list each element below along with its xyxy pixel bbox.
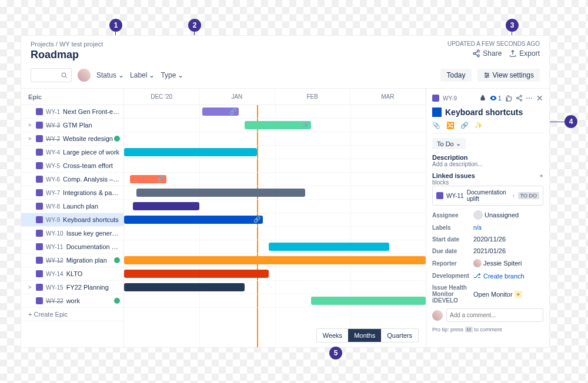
epic-row[interactable]: WY-1 Next Gen Front-end [21, 105, 123, 119]
svg-point-12 [486, 76, 487, 78]
timeline-bar[interactable]: 🔗 [130, 175, 166, 183]
epic-row[interactable]: WY-9 Keyboard shortcuts [21, 213, 123, 227]
done-status-icon [114, 136, 120, 142]
epic-type-icon [432, 95, 439, 102]
breadcrumb-projects[interactable]: Projects [31, 41, 54, 48]
user-avatar-filter[interactable] [78, 69, 91, 82]
timeline-bar[interactable] [133, 202, 199, 210]
timeline-bar[interactable] [269, 243, 389, 251]
epic-type-icon [36, 230, 43, 237]
epic-type-icon [36, 257, 43, 264]
share-icon[interactable] [516, 95, 523, 102]
close-icon[interactable]: ✕ [536, 93, 543, 103]
attach-icon[interactable]: 📎 [432, 122, 440, 129]
health-monitor-value[interactable]: Open Monitor [473, 291, 513, 298]
assignee-value[interactable]: Unassigned [485, 211, 519, 219]
linked-issue-key: WY-11 [446, 193, 464, 199]
epic-row[interactable]: WY-14 KLTO [21, 267, 123, 281]
epic-name: Comp. Analysis – what's out th... [63, 176, 120, 183]
labels-label: Labels [432, 224, 473, 231]
reporter-value[interactable]: Jessie Spiteri [483, 260, 522, 267]
epic-row[interactable]: WY-4 Large piece of work [21, 146, 123, 159]
epic-row[interactable]: WY-8 Launch plan [21, 200, 123, 213]
sliders-icon [483, 72, 490, 79]
epic-key: WY-14 [46, 271, 64, 277]
timeline-bar[interactable]: 🔗 [124, 216, 263, 224]
today-button[interactable]: Today [440, 69, 471, 82]
epic-list: Epic WY-1 Next Gen Front-end > WY-3 GTM … [21, 89, 124, 347]
epic-row[interactable]: WY-7 Integrations & partnership API [21, 186, 123, 200]
panel-issue-title[interactable]: Keyboard shortcuts [445, 107, 523, 117]
comment-avatar [432, 310, 443, 321]
export-button[interactable]: Export [509, 49, 540, 58]
epic-row[interactable]: > WY-3 GTM Plan [21, 119, 123, 132]
epic-key: WY-6 [46, 176, 60, 183]
description-placeholder[interactable]: Add a description... [432, 161, 543, 167]
epic-type-icon [36, 243, 43, 250]
timeline-bar[interactable] [311, 297, 426, 305]
label-filter-label: Label [130, 71, 147, 79]
zoom-quarters[interactable]: Quarters [381, 329, 418, 342]
search-icon [61, 72, 68, 79]
search-input[interactable] [31, 68, 72, 82]
due-date-value[interactable]: 2021/01/26 [473, 247, 506, 254]
annotation-5: 5 [329, 347, 342, 360]
svg-point-2 [477, 55, 480, 57]
comment-row [432, 308, 543, 322]
export-label: Export [519, 49, 540, 58]
epic-row[interactable]: > WY-2 Website redesign [21, 132, 123, 146]
subtask-icon[interactable]: 🔀 [446, 122, 455, 129]
epic-row[interactable]: WY-10 Issue key generator [21, 227, 123, 240]
watch-icon [490, 95, 497, 102]
timeline-bar[interactable]: 🔗 [245, 121, 311, 129]
breadcrumb-project[interactable]: WY test project [59, 41, 103, 48]
epic-row[interactable]: WY-11 Documentation uplift [21, 240, 123, 254]
epic-type-icon [36, 149, 43, 156]
epic-row[interactable]: > WY-15 FY22 Planning [21, 281, 123, 294]
epic-row[interactable]: WY-22 work [21, 294, 123, 308]
timeline[interactable]: DEC '20JANFEBMAR 🔗🔗🔗🔗 Weeks Months Quart… [124, 89, 426, 347]
status-dropdown[interactable]: To Do ⌄ [432, 138, 466, 149]
linked-issue-row[interactable]: WY-11 Documentation uplift ↑ TO DO [432, 186, 543, 206]
expand-icon[interactable]: > [28, 284, 33, 290]
label-filter[interactable]: Label ⌄ [130, 71, 155, 79]
like-icon[interactable] [505, 95, 512, 102]
watch-button[interactable]: 1 [490, 95, 502, 102]
zoom-months[interactable]: Months [348, 329, 381, 342]
labels-value[interactable]: n/a [473, 224, 482, 231]
panel-issue-key[interactable]: WY-9 [443, 95, 457, 102]
detail-panel: WY-9 1 ··· ✕ Keyboard shortcuts 📎 🔀 🔗 [426, 89, 549, 347]
timeline-bar[interactable] [124, 283, 245, 291]
epic-row[interactable]: WY-12 Migration plan [21, 254, 123, 267]
add-link-icon[interactable]: + [540, 172, 543, 179]
create-epic-button[interactable]: + Create Epic [21, 308, 123, 321]
timeline-bar[interactable] [136, 189, 305, 197]
sparkle-icon[interactable]: ✨ [475, 122, 483, 129]
create-branch-link[interactable]: ⎇Create branch [473, 272, 524, 280]
pro-tip: Pro tip: press M to comment [432, 327, 543, 332]
panel-title-row: Keyboard shortcuts [432, 107, 543, 117]
dependency-link-icon: 🔗 [302, 122, 309, 128]
timeline-bar[interactable]: 🔗 [202, 107, 239, 116]
lock-icon[interactable] [479, 95, 486, 102]
timeline-bar[interactable] [124, 270, 269, 278]
status-filter[interactable]: Status ⌄ [96, 71, 124, 79]
expand-icon[interactable]: > [28, 136, 33, 142]
epic-row[interactable]: WY-5 Cross-team effort [21, 159, 123, 173]
link-issue-icon[interactable]: 🔗 [460, 122, 469, 129]
expand-icon[interactable]: > [28, 122, 33, 128]
svg-point-0 [477, 50, 480, 52]
timeline-bar[interactable] [124, 256, 426, 264]
epic-name: Issue key generator [66, 230, 120, 237]
svg-point-13 [520, 95, 522, 97]
more-icon[interactable]: ··· [526, 95, 533, 102]
view-settings-button[interactable]: View settings [477, 69, 540, 82]
comment-input[interactable] [446, 308, 543, 322]
epic-row[interactable]: WY-6 Comp. Analysis – what's out th... [21, 173, 123, 186]
start-date-value[interactable]: 2020/11/26 [473, 236, 506, 243]
type-filter[interactable]: Type ⌄ [161, 71, 183, 79]
share-button[interactable]: Share [472, 49, 502, 58]
timeline-bar[interactable] [124, 148, 257, 156]
epic-name: Cross-team effort [63, 162, 120, 169]
zoom-weeks[interactable]: Weeks [317, 329, 348, 342]
